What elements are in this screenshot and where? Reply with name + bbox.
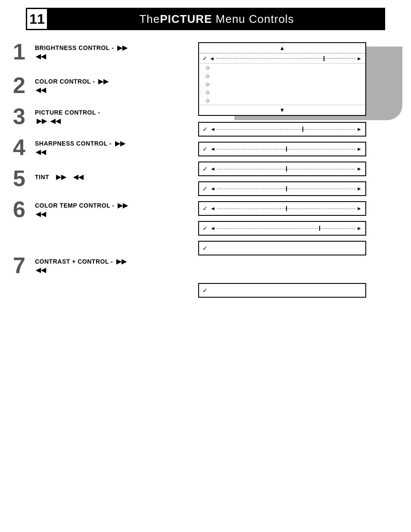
slider-left-5[interactable]: ◄ (210, 205, 215, 212)
page-number: 11 (26, 8, 48, 30)
slider-left-2[interactable]: ◄ (210, 146, 215, 152)
menu-diamond-1: ◇ (199, 64, 365, 72)
slider-right-5[interactable]: ► (357, 205, 362, 212)
menu-diamond-4: ◇ (199, 88, 365, 96)
control-number-3: 3 (13, 105, 32, 128)
menu-right-arrow-1[interactable]: ► (357, 56, 362, 62)
slider-check-5: ✓ (202, 205, 210, 212)
tint-label: Tint (35, 173, 49, 181)
slider-check-3: ✓ (202, 165, 210, 172)
brightness-label: Brightness Control - (35, 44, 114, 52)
control-7-contrast: 7 Contrast + Control - ▶▶ ◀◀ (13, 256, 194, 277)
slider-check-2: ✓ (202, 146, 210, 152)
color-label: Color Control - (35, 78, 95, 85)
menu-slider-row: ✓ ◄ ► (199, 53, 365, 64)
title-bold: PICTURE (160, 12, 212, 26)
diamond-5: ◇ (206, 98, 209, 103)
diamond-4: ◇ (206, 90, 209, 95)
diamond-2: ◇ (206, 73, 209, 79)
control-number-7: 7 (13, 254, 32, 277)
menu-check-1: ✓ (202, 55, 209, 62)
colortemp-label: Color Temp Control - (35, 202, 114, 209)
check-only-1: ✓ (202, 245, 208, 252)
contrast-label: Contrast + Control - (35, 258, 113, 265)
left-column: 1 Brightness Control - ▶▶ ◀◀ 2 C (13, 42, 198, 277)
menu-box-container: ▲ ✓ ◄ ► ◇ (198, 42, 398, 116)
control-number-1: 1 (13, 40, 32, 63)
page-title: The PICTURE Menu Controls (48, 8, 385, 30)
menu-down-row: ▼ (199, 105, 365, 115)
slider-colortemp: ✓ ◄ ► (198, 221, 366, 236)
slider-color: ✓ ◄ ► (198, 142, 366, 156)
menu-down-arrow[interactable]: ▼ (280, 107, 285, 113)
slider-right-2[interactable]: ► (357, 146, 362, 152)
slider-check-6: ✓ (202, 225, 210, 232)
check-only-contrast: ✓ (202, 287, 208, 294)
slider-left-3[interactable]: ◄ (210, 166, 215, 172)
colortemp-back[interactable]: ◀◀ (36, 210, 46, 218)
title-prefix: The (139, 12, 160, 26)
picture-label: Picture Control - (35, 109, 100, 116)
colortemp-fwd[interactable]: ▶▶ (118, 202, 128, 209)
tint-fwd[interactable]: ▶▶ (56, 173, 66, 181)
control-4-sharpness: 4 Sharpness Control - ▶▶ ◀◀ (13, 138, 194, 159)
diamond-3: ◇ (206, 81, 209, 87)
color-back[interactable]: ◀◀ (36, 86, 46, 93)
slider-left-4[interactable]: ◄ (210, 186, 215, 192)
menu-diamond-3: ◇ (199, 80, 365, 88)
slider-check-4: ✓ (202, 185, 210, 192)
menu-box: ▲ ✓ ◄ ► ◇ (198, 42, 366, 116)
brightness-back[interactable]: ◀◀ (36, 53, 46, 60)
slider-right-1[interactable]: ► (357, 126, 362, 132)
slider-left-6[interactable]: ◄ (210, 225, 215, 231)
slider-right-6[interactable]: ► (357, 225, 362, 231)
control-number-5: 5 (13, 167, 32, 190)
menu-diamond-2: ◇ (199, 72, 365, 80)
slider-check-1: ✓ (202, 126, 210, 133)
slider-tint: ✓ ◄ ► (198, 201, 366, 216)
control-number-6: 6 (13, 198, 32, 221)
right-column: ▲ ✓ ◄ ► ◇ (198, 42, 398, 303)
tint-back[interactable]: ◀◀ (73, 173, 84, 181)
check-row-1: ✓ (198, 241, 366, 255)
check-row-contrast: ✓ (198, 283, 366, 298)
sharpness-back[interactable]: ◀◀ (36, 148, 46, 156)
control-2-color: 2 Color Control - ▶▶ ◀◀ (13, 76, 194, 96)
menu-left-arrow-1[interactable]: ◄ (209, 56, 215, 62)
control-number-4: 4 (13, 136, 32, 159)
diamond-1: ◇ (206, 65, 209, 71)
menu-diamond-5: ◇ (199, 96, 365, 105)
sharpness-label: Sharpness Control - (35, 140, 112, 147)
contrast-fwd[interactable]: ▶▶ (116, 258, 127, 265)
color-fwd[interactable]: ▶▶ (98, 78, 109, 85)
sharpness-fwd[interactable]: ▶▶ (115, 140, 125, 147)
slider-picture: ✓ ◄ ► (198, 162, 366, 176)
control-3-picture: 3 Picture Control - ▶▶ ◀◀ (13, 107, 194, 128)
title-suffix: Menu Controls (212, 12, 294, 26)
slider-right-4[interactable]: ► (357, 186, 362, 192)
slider-brightness: ✓ ◄ ► (198, 122, 366, 137)
contrast-back[interactable]: ◀◀ (36, 266, 46, 274)
slider-left-1[interactable]: ◄ (210, 126, 215, 132)
control-1-brightness: 1 Brightness Control - ▶▶ ◀◀ (13, 42, 194, 63)
control-6-colortemp: 6 Color Temp Control - ▶▶ ◀◀ (13, 200, 194, 221)
menu-up-arrow[interactable]: ▲ (280, 45, 285, 51)
control-number-2: 2 (13, 74, 32, 96)
brightness-fwd[interactable]: ▶▶ (117, 44, 128, 52)
page-header: 11 The PICTURE Menu Controls (26, 8, 385, 30)
slider-sharpness: ✓ ◄ ► (198, 181, 366, 196)
menu-up-row: ▲ (199, 43, 365, 53)
control-5-tint: 5 Tint ▶▶ ◀◀ (13, 169, 194, 190)
slider-right-3[interactable]: ► (357, 166, 362, 172)
picture-fwd[interactable]: ▶▶ (37, 117, 47, 125)
picture-back[interactable]: ◀◀ (50, 117, 61, 125)
